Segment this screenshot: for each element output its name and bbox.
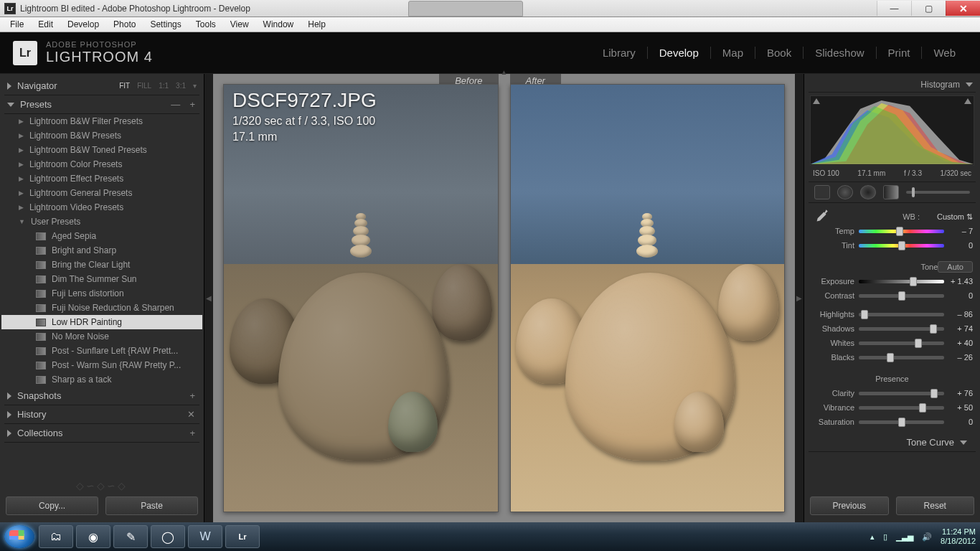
tint-slider[interactable]: Tint0 [809, 238, 976, 253]
menu-window[interactable]: Window [256, 18, 301, 31]
adjustment-brush-icon[interactable] [906, 191, 970, 194]
start-button[interactable] [4, 525, 34, 548]
system-tray[interactable]: ▴ ▯ ▁▃▅ 🔊 11:24 PM 8/18/2012 [870, 527, 976, 546]
tone-curve-header[interactable]: Tone Curve [809, 433, 976, 452]
redeye-tool-icon[interactable] [860, 185, 876, 199]
menu-photo[interactable]: Photo [106, 18, 143, 31]
temp-slider[interactable]: Temp– 7 [809, 224, 976, 238]
tone-section-label: ToneAuto [809, 260, 976, 274]
app-icon: Lr [4, 3, 16, 14]
highlights-slider[interactable]: Highlights– 86 [809, 307, 976, 321]
tray-battery-icon[interactable]: ▯ [883, 532, 887, 542]
preset-item[interactable]: Fuji Lens distortion [4, 286, 199, 301]
preset-group[interactable]: ▶Lightroom General Presets [4, 186, 199, 200]
collections-header[interactable]: Collections + [4, 424, 199, 443]
preset-item[interactable]: Post - Sunflare Left {RAW Prett... [4, 344, 199, 358]
crop-tool-icon[interactable] [814, 185, 830, 199]
module-slideshow[interactable]: Slideshow [804, 47, 876, 59]
preset-group[interactable]: ▶Lightroom Effect Presets [4, 171, 199, 186]
previous-button[interactable]: Previous [810, 496, 889, 515]
graduated-filter-icon[interactable] [883, 185, 899, 199]
module-book[interactable]: Book [755, 47, 804, 59]
after-image[interactable] [510, 84, 786, 512]
exposure-slider[interactable]: Exposure+ 1.43 [809, 274, 976, 288]
tray-expand-icon[interactable]: ▴ [870, 532, 875, 542]
module-web[interactable]: Web [922, 47, 967, 59]
vibrance-slider[interactable]: Vibrance+ 50 [809, 400, 976, 415]
module-library[interactable]: Library [591, 47, 648, 59]
menu-develop[interactable]: Develop [60, 18, 106, 31]
contrast-slider[interactable]: Contrast0 [809, 288, 976, 303]
taskbar-app1[interactable]: ✎ [113, 525, 148, 548]
nav-mode-3-1[interactable]: 3:1 [176, 82, 186, 90]
tray-volume-icon[interactable]: 🔊 [922, 532, 932, 542]
window-close-button[interactable]: ✕ [946, 1, 980, 16]
reset-button[interactable]: Reset [896, 496, 975, 515]
menu-help[interactable]: Help [301, 18, 333, 31]
blacks-slider[interactable]: Blacks– 26 [809, 350, 976, 364]
presence-section-label: Presence [809, 372, 976, 386]
menu-view[interactable]: View [223, 18, 256, 31]
histogram-header[interactable]: Histogram [809, 77, 976, 93]
module-develop[interactable]: Develop [648, 47, 711, 59]
clarity-slider[interactable]: Clarity+ 76 [809, 386, 976, 400]
taskbar-chrome[interactable]: ◉ [76, 525, 110, 548]
before-image[interactable]: DSCF9727.JPG 1/320 sec at f / 3.3, ISO 1… [223, 84, 499, 512]
tray-time[interactable]: 11:24 PM [941, 527, 976, 537]
wb-value-dropdown[interactable]: Custom ⇅ [937, 212, 973, 222]
preset-item[interactable]: Fuji Noise Reduction & Sharpen [4, 301, 199, 315]
preset-group[interactable]: ▶Lightroom B&W Toned Presets [4, 143, 199, 157]
history-header[interactable]: History ✕ [4, 405, 199, 424]
preset-item[interactable]: Bring the Clear Light [4, 258, 199, 272]
left-panel: Navigator FITFILL1:13:1▾ Presets — + ▶Li… [0, 74, 204, 522]
preset-group[interactable]: ▶Lightroom B&W Presets [4, 128, 199, 143]
menu-tools[interactable]: Tools [189, 18, 223, 31]
module-print[interactable]: Print [877, 47, 923, 59]
preset-group-user[interactable]: ▼User Presets [4, 215, 199, 229]
nav-mode-more-icon[interactable]: ▾ [193, 82, 197, 90]
navigator-header[interactable]: Navigator FITFILL1:13:1▾ [4, 77, 199, 95]
menu-settings[interactable]: Settings [143, 18, 188, 31]
copy-button[interactable]: Copy... [6, 496, 98, 515]
collections-title: Collections [17, 428, 63, 438]
window-maximize-button[interactable]: ▢ [911, 1, 946, 16]
nav-mode-fit[interactable]: FIT [119, 82, 130, 90]
preset-item[interactable]: Aged Sepia [4, 229, 199, 243]
histo-aperture: f / 3.3 [904, 169, 922, 177]
window-minimize-button[interactable]: — [877, 1, 911, 16]
nav-mode-fill[interactable]: FILL [137, 82, 151, 90]
menu-file[interactable]: File [3, 18, 31, 31]
histogram[interactable] [810, 95, 974, 166]
whites-slider[interactable]: Whites+ 40 [809, 336, 976, 350]
left-panel-grip[interactable]: ◀ [204, 74, 213, 522]
top-panel-expand-icon[interactable]: ▲ [501, 68, 508, 76]
auto-tone-button[interactable]: Auto [938, 261, 973, 273]
preset-item[interactable]: Low HDR Painting [1, 315, 202, 329]
right-panel-grip[interactable]: ▶ [795, 74, 804, 522]
menu-edit[interactable]: Edit [31, 18, 60, 31]
taskbar-lightroom[interactable]: Lr [225, 525, 260, 548]
taskbar-app2[interactable]: ◯ [151, 525, 185, 548]
module-map[interactable]: Map [711, 47, 755, 59]
preset-group[interactable]: ▶Lightroom Color Presets [4, 157, 199, 171]
tray-wifi-icon[interactable]: ▁▃▅ [896, 532, 913, 542]
snapshots-header[interactable]: Snapshots + [4, 387, 199, 405]
preset-item[interactable]: Sharp as a tack [4, 372, 199, 387]
nav-mode-1-1[interactable]: 1:1 [159, 82, 169, 90]
taskbar-word[interactable]: W [188, 525, 222, 548]
taskbar-explorer[interactable]: 🗂 [39, 525, 73, 548]
preset-item[interactable]: Dim The Summer Sun [4, 272, 199, 286]
preset-item[interactable]: Bright and Sharp [4, 243, 199, 258]
saturation-slider[interactable]: Saturation0 [809, 415, 976, 429]
preset-item[interactable]: Post - Warm Sun {RAW Pretty P... [4, 358, 199, 372]
shadows-slider[interactable]: Shadows+ 74 [809, 321, 976, 336]
paste-button[interactable]: Paste [105, 496, 198, 515]
preset-item[interactable]: No More Noise [4, 329, 199, 344]
preset-group[interactable]: ▶Lightroom Video Presets [4, 200, 199, 215]
preset-group[interactable]: ▶Lightroom B&W Filter Presets [4, 114, 199, 128]
tray-date[interactable]: 8/18/2012 [941, 537, 976, 546]
spot-removal-icon[interactable] [837, 185, 853, 199]
brand-line1: ADOBE PHOTOSHOP [46, 40, 153, 49]
presets-header[interactable]: Presets — + [4, 95, 199, 114]
browser-tab-stub[interactable] [408, 1, 523, 17]
